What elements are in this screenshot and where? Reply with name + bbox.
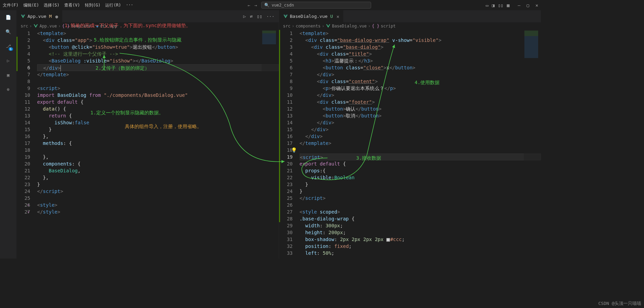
activity-bar: 📄 🔍 ⎇6 ▷ ▣ ⊕ [0, 10, 16, 259]
scm-icon[interactable]: ⎇6 [4, 42, 12, 50]
search-text: vue2_csdn [271, 3, 294, 8]
crumb: div.app [100, 24, 118, 28]
explorer-icon[interactable]: 📄 [4, 13, 12, 21]
nav-back-icon[interactable]: ← [248, 3, 251, 8]
crumb: components [296, 24, 320, 28]
crumb: BaseDialog.vue [332, 24, 367, 28]
code-area[interactable]: <template> <div class="app"> <button @cl… [37, 30, 279, 259]
extensions-icon[interactable]: ▣ [4, 71, 12, 79]
split-editor-icon[interactable]: ▯▯ [257, 14, 262, 19]
crumb: src [21, 24, 28, 28]
close-window-icon[interactable]: ✕ [535, 3, 538, 8]
vue-icon [21, 14, 25, 19]
code-area[interactable]: <template> <div class="base-dialog-wrap"… [300, 30, 541, 259]
breadcrumb-left[interactable]: src› App.vue› { } template› ◈ div.app [16, 22, 279, 30]
menu-run[interactable]: 运行(R) [105, 2, 121, 8]
vue-icon [326, 24, 331, 28]
command-center[interactable]: 🔍 vue2_csdn [261, 2, 371, 9]
minimap[interactable] [262, 30, 279, 259]
split-icon[interactable]: ⇄ [250, 14, 253, 19]
crumb: script [381, 24, 396, 28]
close-tab-icon[interactable]: ✕ [336, 14, 339, 19]
menu: 文件(F) 编辑(E) 选择(S) 查看(V) 转到(G) 运行(R) ··· [3, 2, 133, 8]
editor-pane-right: BaseDialog.vue U ✕ src› components› Base… [279, 10, 541, 259]
tabbar-right: BaseDialog.vue U ✕ [279, 10, 541, 22]
untracked-badge: U [330, 14, 333, 19]
menu-go[interactable]: 转到(G) [85, 2, 101, 8]
run-icon[interactable]: ▷ [243, 14, 246, 19]
close-tab-icon[interactable]: ● [55, 14, 58, 19]
search-icon: 🔍 [264, 3, 269, 8]
tab-basedialog-vue[interactable]: BaseDialog.vue U ✕ [279, 10, 344, 22]
menu-select[interactable]: 选择(S) [44, 2, 59, 8]
tab-filename: App.vue [27, 14, 46, 19]
breadcrumb-right[interactable]: src› components› BaseDialog.vue› { } scr… [279, 22, 541, 30]
tabbar-left: App.vue M ● ▷ ⇄ ▯▯ ··· [16, 10, 279, 22]
crumb: template [71, 24, 91, 28]
crumb: App.vue [40, 24, 57, 28]
layout-sidebar-icon[interactable]: ◨ [492, 3, 495, 8]
more-actions-icon[interactable]: ··· [266, 14, 274, 19]
minimap[interactable] [524, 30, 541, 259]
debug-icon[interactable]: ▷ [4, 56, 12, 65]
menu-file[interactable]: 文件(F) [3, 2, 19, 8]
menu-more[interactable]: ··· [126, 2, 133, 8]
modified-badge: M [49, 14, 52, 19]
vue-icon [283, 14, 288, 19]
nav-forward-icon[interactable]: → [255, 3, 257, 8]
vue-icon [33, 24, 38, 28]
tab-app-vue[interactable]: App.vue M ● [16, 10, 63, 22]
menu-view[interactable]: 查看(V) [64, 2, 80, 8]
layout-customize-icon[interactable]: ▦ [507, 3, 510, 8]
menu-edit[interactable]: 编辑(E) [23, 2, 39, 8]
gutter: 1234567891011121314151617181920212223242… [279, 30, 300, 259]
titlebar: 文件(F) 编辑(E) 选择(S) 查看(V) 转到(G) 运行(R) ··· … [0, 0, 541, 10]
gutter: 1234567891011121314151617181920212223242… [16, 30, 37, 259]
crumb: src [283, 24, 291, 28]
scm-badge: 6 [9, 47, 13, 51]
tab-filename: BaseDialog.vue [290, 14, 328, 19]
editor-right[interactable]: 1234567891011121314151617181920212223242… [279, 30, 541, 259]
search-activity-icon[interactable]: 🔍 [4, 27, 12, 36]
editor-left[interactable]: 1234567891011121314151617181920212223242… [16, 30, 279, 259]
maximize-icon[interactable]: ▢ [526, 3, 529, 8]
layout-panel-icon[interactable]: ▭ [486, 3, 488, 8]
remote-icon[interactable]: ⊕ [4, 85, 12, 93]
editor-pane-left: App.vue M ● ▷ ⇄ ▯▯ ··· src› App.vue› { }… [16, 10, 279, 259]
layout-panel2-icon[interactable]: ▯▯ [498, 3, 503, 8]
minimize-icon[interactable]: — [518, 3, 521, 8]
